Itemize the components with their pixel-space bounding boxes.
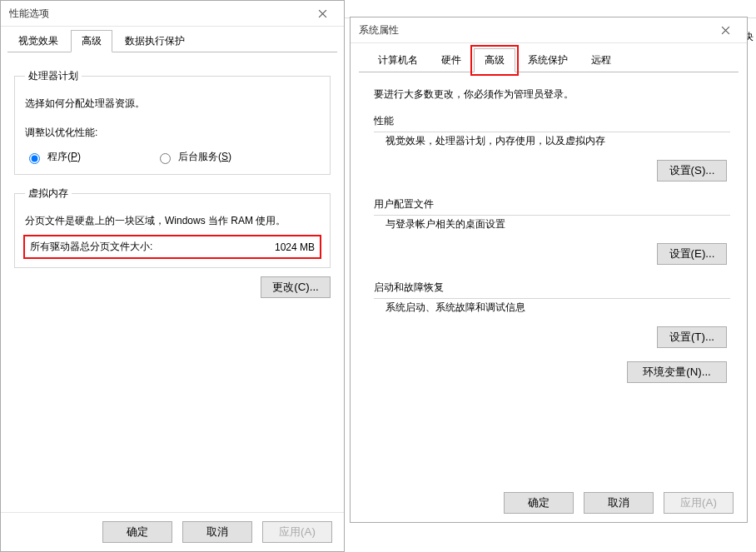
tab-advanced[interactable]: 高级 [474,48,515,72]
performance-desc: 视觉效果，处理器计划，内存使用，以及虚拟内存 [385,134,730,148]
radio-background-input[interactable] [160,153,171,164]
user-profiles-section: 用户配置文件 与登录帐户相关的桌面设置 设置(E)... [374,195,730,265]
environment-variables-button[interactable]: 环境变量(N)... [627,361,727,383]
processor-scheduling-legend: 处理器计划 [25,69,82,83]
admin-note: 要进行大多数更改，你必须作为管理员登录。 [374,87,730,102]
performance-settings-button[interactable]: 设置(S)... [657,160,727,182]
radio-background-services[interactable]: 后台服务(S) [156,150,231,164]
stage: 性能选项 视觉效果 高级 数据执行保护 处理器计划 选择如何分配处理器资源。 调… [0,0,756,552]
ok-button[interactable]: 确定 [102,521,172,543]
tab-dep[interactable]: 数据执行保护 [114,30,196,52]
adjust-label: 调整以优化性能: [25,126,320,140]
user-profiles-desc: 与登录帐户相关的桌面设置 [385,217,730,231]
startup-recovery-section: 启动和故障恢复 系统启动、系统故障和调试信息 设置(T)... [374,278,730,348]
apply-button[interactable]: 应用(A) [262,521,332,543]
perf-title: 性能选项 [9,7,49,21]
total-pagefile-row: 所有驱动器总分页文件大小: 1024 MB [25,236,320,257]
processor-scheduling-group: 处理器计划 选择如何分配处理器资源。 调整以优化性能: 程序(P) 后台服务(S… [14,69,331,175]
user-profiles-header: 用户配置文件 [374,195,730,211]
tab-computer-name[interactable]: 计算机名 [367,48,429,72]
close-icon[interactable] [709,21,742,40]
tab-system-protection[interactable]: 系统保护 [517,48,579,72]
radio-programs-input[interactable] [29,153,40,164]
perf-tabs: 视觉效果 高级 数据执行保护 [1,27,344,52]
performance-header: 性能 [374,112,730,128]
sysprop-titlebar: 系统属性 [351,17,747,43]
perf-advanced-body: 处理器计划 选择如何分配处理器资源。 调整以优化性能: 程序(P) 后台服务(S… [1,52,344,298]
radio-programs[interactable]: 程序(P) [25,150,81,164]
total-pagefile-label: 所有驱动器总分页文件大小: [30,240,152,254]
sysprop-advanced-body: 要进行大多数更改，你必须作为管理员登录。 性能 视觉效果，处理器计划，内存使用，… [351,72,747,383]
ok-button[interactable]: 确定 [504,492,574,514]
total-pagefile-value: 1024 MB [275,241,315,253]
change-button[interactable]: 更改(C)... [261,276,331,298]
sysprop-bottom-buttons: 确定 取消 应用(A) [351,484,747,522]
perf-bottom-buttons: 确定 取消 应用(A) [1,512,344,551]
perf-titlebar: 性能选项 [1,1,344,27]
cancel-button[interactable]: 取消 [182,521,252,543]
performance-section: 性能 视觉效果，处理器计划，内存使用，以及虚拟内存 设置(S)... [374,112,730,182]
cancel-button[interactable]: 取消 [584,492,654,514]
system-properties-dialog: 系统属性 计算机名 硬件 高级 系统保护 远程 要进行大多数更改，你必须作为管理… [350,17,748,523]
performance-options-dialog: 性能选项 视觉效果 高级 数据执行保护 处理器计划 选择如何分配处理器资源。 调… [0,0,345,552]
tab-visual-effects[interactable]: 视觉效果 [7,30,69,52]
processor-prompt: 选择如何分配处理器资源。 [25,97,320,111]
sysprop-title: 系统属性 [359,23,399,37]
virtual-memory-group: 虚拟内存 分页文件是硬盘上的一块区域，Windows 当作 RAM 使用。 所有… [14,186,331,268]
apply-button[interactable]: 应用(A) [664,492,734,514]
tab-hardware[interactable]: 硬件 [430,48,472,72]
tab-remote[interactable]: 远程 [580,48,622,72]
close-icon[interactable] [306,4,339,23]
virtual-memory-desc: 分页文件是硬盘上的一块区域，Windows 当作 RAM 使用。 [25,214,320,228]
startup-recovery-header: 启动和故障恢复 [374,278,730,295]
tab-advanced[interactable]: 高级 [71,30,112,52]
startup-recovery-desc: 系统启动、系统故障和调试信息 [385,301,730,315]
background-strip [345,0,756,18]
user-profiles-settings-button[interactable]: 设置(E)... [657,243,727,265]
sysprop-tabs: 计算机名 硬件 高级 系统保护 远程 [351,43,747,72]
virtual-memory-legend: 虚拟内存 [25,186,72,201]
startup-recovery-settings-button[interactable]: 设置(T)... [657,326,727,348]
processor-radios: 程序(P) 后台服务(S) [25,150,320,164]
